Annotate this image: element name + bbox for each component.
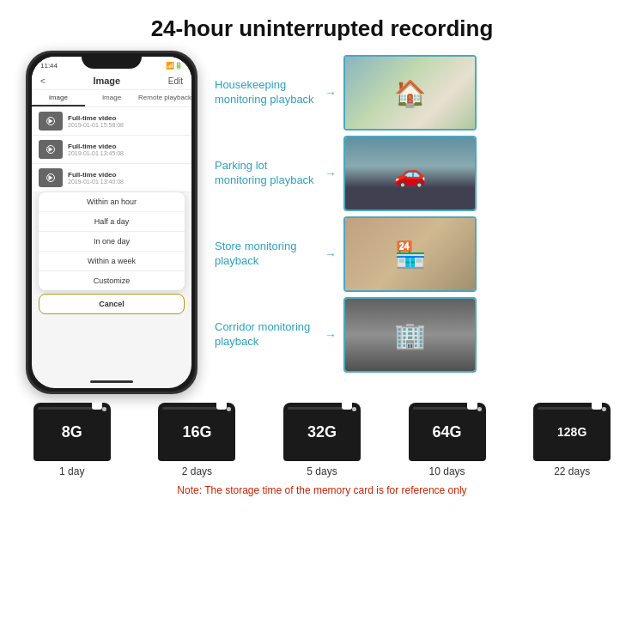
phone-thumb-3 xyxy=(39,168,63,187)
dropdown-item-hour[interactable]: Within an hour xyxy=(39,192,185,212)
monitoring-label-housekeeping: Housekeeping monitoring playback xyxy=(215,78,318,107)
list-item-3: Full-time video 2019-01-01 13:40:08 xyxy=(32,164,191,192)
play-icon-1 xyxy=(46,117,55,125)
phone-container: 11:44 📶🔋 < Image Edit image Image Remote… xyxy=(17,51,206,394)
dropdown-item-halfday[interactable]: Half a day xyxy=(39,212,185,232)
phone-item-text-3: Full-time video 2019-01-01 13:40:08 xyxy=(68,171,124,185)
list-item: Full-time video 2019-01-01 15:58:08 xyxy=(32,107,191,136)
phone-tab-image[interactable]: image xyxy=(32,90,85,106)
sd-days-8g: 1 day xyxy=(59,465,84,477)
dropdown-item-week[interactable]: Within a week xyxy=(39,252,185,271)
sd-dot-2 xyxy=(227,407,231,411)
sd-dot-4 xyxy=(477,407,482,411)
sd-size-64g: 64G xyxy=(433,423,462,441)
monitoring-image-store xyxy=(343,216,477,292)
page-title: 24-hour uninterrupted recording xyxy=(0,15,644,42)
sd-card-16g: 16G xyxy=(158,403,235,461)
store-photo xyxy=(345,218,475,290)
phone-time: 11:44 xyxy=(40,62,58,70)
phone-tabs: image Image Remote playback xyxy=(32,90,191,107)
item-date-1: 2019-01-01 15:58:08 xyxy=(68,122,124,128)
list-item-2: Full-time video 2019-01-01 13:45:08 xyxy=(32,136,191,164)
housekeeping-photo xyxy=(345,57,475,129)
corridor-photo xyxy=(345,299,475,371)
phone-tab-remote[interactable]: Remote playback xyxy=(138,90,191,106)
monitoring-image-parking xyxy=(343,136,477,211)
page-header: 24-hour uninterrupted recording xyxy=(0,0,644,51)
arrow-icon-3: → xyxy=(325,247,337,261)
phone-dropdown[interactable]: Within an hour Half a day In one day Wit… xyxy=(39,192,185,290)
monitoring-label-store: Store monitoring playback xyxy=(215,240,318,269)
play-icon-3 xyxy=(46,173,55,182)
storage-note: Note: The storage time of the memory car… xyxy=(13,484,631,496)
dropdown-item-customize[interactable]: Customize xyxy=(39,271,185,290)
sd-card-32g: 32G xyxy=(283,403,361,461)
phone-signal: 📶🔋 xyxy=(166,62,183,70)
sd-days-128g: 22 days xyxy=(554,465,590,477)
phone-notch xyxy=(82,53,142,69)
sd-size-8g: 8G xyxy=(62,423,82,441)
sd-size-16g: 16G xyxy=(182,423,211,441)
sd-dot-1 xyxy=(102,407,106,411)
item-date-3: 2019-01-01 13:40:08 xyxy=(68,179,124,185)
phone-app-header: < Image Edit xyxy=(32,72,191,90)
arrow-icon-2: → xyxy=(325,167,337,180)
sd-notch-4 xyxy=(467,403,477,410)
item-label-2: Full-time video xyxy=(68,143,124,150)
sd-card-64g: 64G xyxy=(409,403,486,461)
arrow-icon-1: → xyxy=(325,86,337,100)
storage-card-64g: 64G 10 days xyxy=(409,403,486,477)
sd-days-64g: 10 days xyxy=(429,465,465,477)
monitoring-item-corridor: Corridor monitoring playback → xyxy=(215,297,627,373)
dropdown-item-oneday[interactable]: In one day xyxy=(39,232,185,252)
monitoring-label-corridor: Corridor monitoring playback xyxy=(215,320,318,349)
storage-card-8g: 8G 1 day xyxy=(33,403,111,477)
storage-section: 8G 1 day 16G 2 days 32G 5 days xyxy=(0,394,644,501)
sd-dot-5 xyxy=(602,407,606,411)
main-content: 11:44 📶🔋 < Image Edit image Image Remote… xyxy=(0,51,644,394)
sd-card-8g: 8G xyxy=(33,403,111,461)
phone-screen: 11:44 📶🔋 < Image Edit image Image Remote… xyxy=(32,57,191,388)
arrow-icon-4: → xyxy=(325,328,337,342)
sd-days-32g: 5 days xyxy=(307,465,337,477)
right-panel: Housekeeping monitoring playback → Parki… xyxy=(215,51,627,394)
sd-notch-1 xyxy=(92,403,102,410)
phone-item-text-2: Full-time video 2019-01-01 13:45:08 xyxy=(68,143,124,156)
monitoring-item-housekeeping: Housekeeping monitoring playback → xyxy=(215,55,627,131)
item-date-2: 2019-01-01 13:45:08 xyxy=(68,150,124,156)
storage-card-16g: 16G 2 days xyxy=(158,403,235,477)
phone-back-btn[interactable]: < xyxy=(40,76,46,86)
sd-card-128g: 128G xyxy=(533,403,611,461)
item-label-1: Full-time video xyxy=(68,114,124,122)
parking-photo xyxy=(345,137,475,210)
phone-thumb-1 xyxy=(39,112,63,131)
monitoring-image-housekeeping xyxy=(343,55,477,131)
phone-cancel-button[interactable]: Cancel xyxy=(39,294,185,314)
item-label-3: Full-time video xyxy=(68,171,124,179)
sd-days-16g: 2 days xyxy=(182,465,212,477)
sd-notch-5 xyxy=(592,403,602,410)
sd-dot-3 xyxy=(352,407,356,411)
storage-cards: 8G 1 day 16G 2 days 32G 5 days xyxy=(13,403,631,477)
play-icon-2 xyxy=(46,145,55,154)
storage-card-128g: 128G 22 days xyxy=(533,403,611,477)
monitoring-item-parking: Parking lot monitoring playback → xyxy=(215,136,627,211)
phone-tab-image2[interactable]: Image xyxy=(85,90,138,106)
storage-card-32g: 32G 5 days xyxy=(283,403,361,477)
phone-thumb-2 xyxy=(39,140,63,159)
sd-notch-2 xyxy=(216,403,227,410)
phone-item-text-1: Full-time video 2019-01-01 15:58:08 xyxy=(68,114,124,128)
phone-screen-title: Image xyxy=(93,76,120,86)
phone-mockup: 11:44 📶🔋 < Image Edit image Image Remote… xyxy=(26,51,197,394)
sd-size-128g: 128G xyxy=(557,425,586,439)
phone-edit-btn[interactable]: Edit xyxy=(168,76,183,86)
phone-list: Full-time video 2019-01-01 15:58:08 Full… xyxy=(32,107,191,192)
sd-size-32g: 32G xyxy=(307,423,337,441)
phone-home-indicator xyxy=(90,380,133,383)
sd-notch-3 xyxy=(342,403,352,410)
monitoring-label-parking: Parking lot monitoring playback xyxy=(215,159,318,188)
monitoring-item-store: Store monitoring playback → xyxy=(215,216,627,292)
monitoring-image-corridor xyxy=(343,297,477,373)
